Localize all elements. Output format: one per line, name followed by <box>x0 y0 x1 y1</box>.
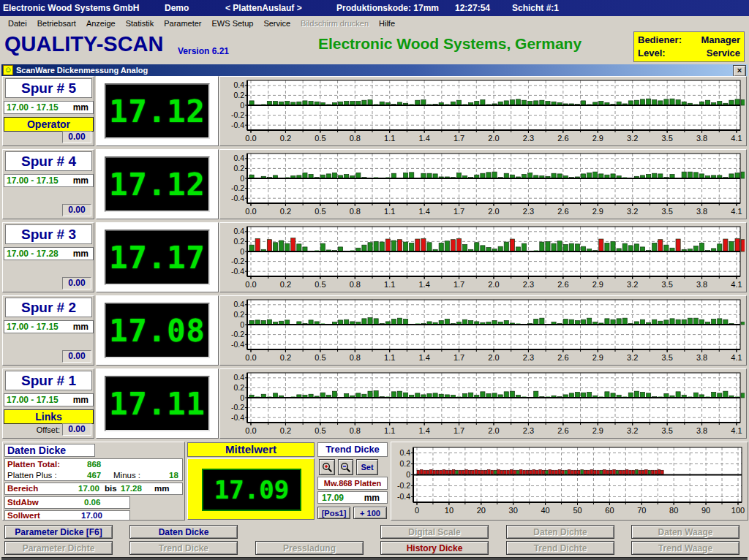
svg-text:3.8: 3.8 <box>696 426 707 435</box>
version-label: Version 6.21 <box>178 46 229 56</box>
svg-text:1.4: 1.4 <box>418 207 429 216</box>
button-history-dicke[interactable]: History Dicke <box>380 541 489 555</box>
svg-text:3.8: 3.8 <box>696 134 707 143</box>
level-value: Service <box>707 47 740 60</box>
spur-2-chart: 0.40.20-0.2-0.40.00.20.50.81.11.41.72.02… <box>219 295 747 366</box>
mittelwert-title: Mittelwert <box>187 442 315 457</box>
spur-1-title: Spur # 1 <box>5 371 92 390</box>
svg-text:3.8: 3.8 <box>696 207 707 216</box>
svg-text:3.8: 3.8 <box>696 353 707 362</box>
svg-text:2.9: 2.9 <box>592 280 603 289</box>
stdabw-value: 0.06 <box>84 497 100 508</box>
trend-value-row: 17.09 mm <box>317 491 388 504</box>
svg-text:-0.4: -0.4 <box>231 194 244 203</box>
spur-4-value-display: 17.12 <box>105 156 210 212</box>
spur-1-chart: 0.40.20-0.2-0.40.00.20.50.81.11.41.72.02… <box>219 368 747 439</box>
svg-text:2.3: 2.3 <box>523 134 534 143</box>
button-parameter-dichte: Parameter Dichte <box>4 541 113 555</box>
trend-value: 17.09 <box>322 493 344 503</box>
menu-datei[interactable]: Datei <box>3 18 32 29</box>
menu-statistik[interactable]: Statistik <box>121 18 159 29</box>
svg-text:1.4: 1.4 <box>418 353 429 362</box>
spur-5-tag: Operator <box>4 117 94 132</box>
svg-text:1.1: 1.1 <box>384 280 395 289</box>
window-bottom-edge <box>1 557 748 560</box>
menu-service[interactable]: Service <box>258 18 296 29</box>
spur-2-offset-field[interactable]: 0.00 <box>62 350 91 363</box>
svg-text:3.2: 3.2 <box>627 353 638 362</box>
spur-2-range: 17.00 - 17.15 mm <box>4 320 94 333</box>
bereich-unit: mm <box>154 483 169 494</box>
button-trend-waage: Trend Waage <box>631 541 739 555</box>
svg-text:0.4: 0.4 <box>399 448 410 457</box>
svg-text:3.8: 3.8 <box>696 280 707 289</box>
svg-text:3.2: 3.2 <box>627 134 638 143</box>
plus-100-button[interactable]: + 100 <box>353 507 387 519</box>
button-parameter-dicke[interactable]: Parameter Dicke [F6] <box>4 525 113 539</box>
svg-text:60: 60 <box>605 506 614 515</box>
menu-betriebsart[interactable]: Betriebsart <box>32 18 81 29</box>
svg-text:100: 100 <box>731 506 745 515</box>
svg-text:2.3: 2.3 <box>523 353 534 362</box>
svg-text:30: 30 <box>509 506 518 515</box>
station-label: < PlattenAuslauf > <box>225 3 302 13</box>
menu-ews-setup[interactable]: EWS Setup <box>207 18 259 29</box>
spur-4-row: Spur # 4 17.00 - 17.15 mm 0.00 17.12 0.4… <box>1 149 748 219</box>
svg-text:-0.4: -0.4 <box>231 121 244 129</box>
svg-text:90: 90 <box>701 506 710 515</box>
svg-text:0.2: 0.2 <box>399 459 410 468</box>
spur-5-panel: Spur # 5 17.00 - 17.15 mm Operator 0.00 <box>2 76 94 146</box>
pos1-button[interactable]: [Pos1] <box>317 507 350 519</box>
svg-text:-0.4: -0.4 <box>231 413 244 422</box>
mittelwert-body: 17.09 <box>187 458 315 520</box>
svg-text:2.3: 2.3 <box>523 280 534 289</box>
svg-text:4.1: 4.1 <box>731 353 742 362</box>
close-icon[interactable]: × <box>733 65 746 77</box>
svg-text:0.2: 0.2 <box>280 134 291 143</box>
stdabw-row: StdAbw 0.06 <box>4 496 130 509</box>
menu-parameter[interactable]: Parameter <box>159 18 206 29</box>
svg-text:0.5: 0.5 <box>315 280 325 289</box>
svg-text:-0.2: -0.2 <box>231 183 244 192</box>
zoom-out-button[interactable] <box>338 459 353 475</box>
svg-text:2.0: 2.0 <box>488 134 499 143</box>
window-title: ScanWare Dickenmessung Analog <box>16 66 148 75</box>
svg-text:3.5: 3.5 <box>661 426 672 435</box>
svg-text:1.4: 1.4 <box>418 280 429 289</box>
button-daten-dicke[interactable]: Daten Dicke <box>129 525 238 539</box>
spur-1-value-display: 17.11 <box>105 376 210 431</box>
spur-2-led-panel: 17.08 <box>96 295 219 366</box>
svg-text:0.4: 0.4 <box>233 227 244 235</box>
svg-text:0.5: 0.5 <box>315 426 325 435</box>
svg-text:2.3: 2.3 <box>523 426 534 435</box>
svg-text:0.8: 0.8 <box>350 207 361 216</box>
svg-text:0.2: 0.2 <box>233 310 244 319</box>
button-daten-waage: Daten Waage <box>631 525 739 539</box>
trend-dicke-chart: 0.40.20-0.2-0.40102030405060708090100 <box>391 442 748 521</box>
set-button[interactable]: Set <box>356 459 378 475</box>
svg-text:40: 40 <box>541 506 549 515</box>
spur-5-offset-field[interactable]: 0.00 <box>62 131 91 143</box>
svg-text:0.0: 0.0 <box>245 134 256 143</box>
spur-1-offset-field[interactable]: 0.00 <box>62 423 91 436</box>
spur-5-value-display: 17.12 <box>105 83 210 139</box>
spur-3-offset-field[interactable]: 0.00 <box>62 277 91 290</box>
svg-text:1.7: 1.7 <box>453 207 464 216</box>
zoom-in-button[interactable] <box>319 459 335 475</box>
svg-text:2.9: 2.9 <box>592 353 603 362</box>
button-trend-dicke: Trend Dicke <box>129 541 238 555</box>
menu-anzeige[interactable]: Anzeige <box>81 18 121 29</box>
mittelwert-panel: Mittelwert 17.09 <box>187 442 316 521</box>
svg-text:0.2: 0.2 <box>233 91 244 99</box>
svg-text:4.1: 4.1 <box>731 280 742 289</box>
quality-scan-app: Electronic Wood Systems GmbH Demo < Plat… <box>0 0 749 560</box>
spur-4-offset-field[interactable]: 0.00 <box>62 204 91 216</box>
mode-label: Demo <box>165 3 189 13</box>
menu-bildschirm-drucken: Bildschirm drucken <box>296 18 374 29</box>
svg-text:50: 50 <box>573 506 581 515</box>
svg-text:2.0: 2.0 <box>488 207 499 216</box>
menu-hilfe[interactable]: Hilfe <box>374 18 400 29</box>
svg-text:0.2: 0.2 <box>280 280 291 289</box>
svg-text:80: 80 <box>669 506 678 515</box>
app-name: Electronic Wood Systems GmbH <box>3 3 140 13</box>
